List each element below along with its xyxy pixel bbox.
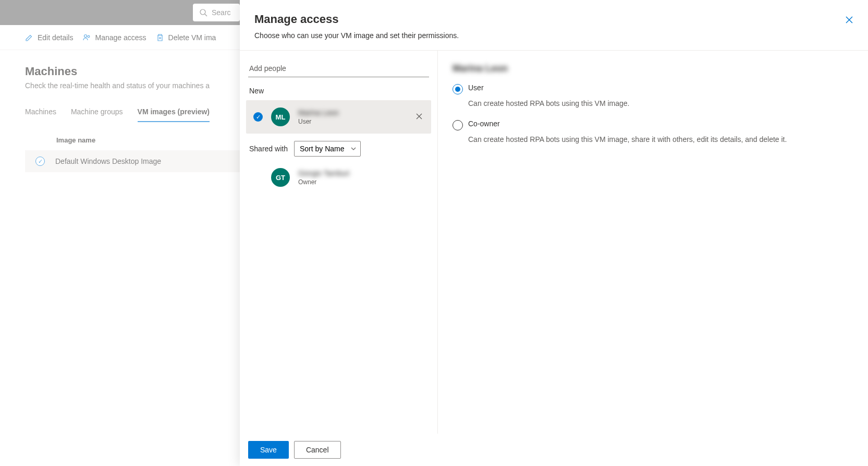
person-role: User	[298, 118, 407, 125]
manage-access-button[interactable]: Manage access	[82, 33, 146, 42]
svg-point-0	[200, 9, 205, 15]
tab-vm-images[interactable]: VM images (preview)	[138, 102, 210, 122]
row-image-name: Default Windows Desktop Image	[55, 157, 161, 165]
permission-coowner-label: Co-owner	[468, 120, 500, 128]
delete-vm-image-button[interactable]: Delete VM ima	[156, 33, 216, 42]
panel-right: Marina Leon User Can create hosted RPA b…	[438, 51, 868, 434]
delete-vm-image-label: Delete VM ima	[168, 33, 216, 42]
remove-person-button[interactable]	[415, 113, 424, 121]
selected-person-heading: Marina Leon	[453, 63, 853, 74]
permission-user-option[interactable]: User	[453, 83, 853, 94]
radio-checked-icon	[453, 84, 463, 94]
radio-unchecked-icon	[453, 120, 463, 130]
edit-details-label: Edit details	[38, 33, 73, 42]
person-role: Owner	[298, 178, 424, 186]
tab-machine-groups[interactable]: Machine groups	[71, 102, 123, 122]
svg-point-2	[84, 34, 87, 37]
shared-with-label: Shared with	[249, 145, 288, 153]
sort-wrapper: Sort by Name	[294, 141, 361, 157]
row-checkmark-icon[interactable]: ✓	[35, 157, 45, 166]
permission-coowner-desc: Can create hosted RPA bots using this VM…	[468, 135, 853, 145]
person-info: Giorgio Tamburi Owner	[298, 169, 424, 186]
manage-access-panel: Manage access Choose who can use your VM…	[240, 0, 868, 466]
search-placeholder: Searc	[212, 8, 231, 17]
avatar: ML	[271, 107, 290, 126]
close-button[interactable]	[843, 14, 855, 26]
svg-point-3	[88, 35, 90, 38]
panel-footer: Save Cancel	[240, 434, 868, 466]
search-icon	[199, 8, 207, 17]
edit-details-button[interactable]: Edit details	[25, 33, 73, 42]
sort-select[interactable]: Sort by Name	[294, 141, 361, 157]
close-icon	[845, 16, 853, 24]
person-name: Marina Leon	[298, 109, 407, 117]
panel-subtitle: Choose who can use your VM image and set…	[254, 31, 853, 40]
add-people-input[interactable]: Add people	[248, 60, 429, 77]
new-section-label: New	[246, 87, 431, 95]
people-icon	[82, 33, 91, 42]
person-info: Marina Leon User	[298, 109, 407, 125]
search-box[interactable]: Searc	[193, 4, 240, 21]
panel-header: Manage access Choose who can use your VM…	[240, 0, 868, 51]
shared-person-row[interactable]: GT Giorgio Tamburi Owner	[246, 161, 431, 194]
panel-title: Manage access	[254, 13, 853, 26]
person-selected-check-icon: ✓	[253, 112, 263, 122]
save-button[interactable]: Save	[248, 441, 289, 459]
permission-user-desc: Can create hosted RPA bots using this VM…	[468, 99, 853, 109]
svg-line-1	[205, 14, 207, 16]
pencil-icon	[25, 33, 33, 42]
manage-access-label: Manage access	[95, 33, 146, 42]
cancel-button[interactable]: Cancel	[294, 441, 341, 459]
permission-user-label: User	[468, 83, 484, 92]
panel-body: Add people New ✓ ML Marina Leon User	[240, 51, 868, 434]
trash-icon	[156, 33, 164, 42]
new-person-row[interactable]: ✓ ML Marina Leon User	[246, 100, 431, 134]
remove-x-icon	[415, 113, 423, 120]
permission-coowner-option[interactable]: Co-owner	[453, 120, 853, 130]
panel-left: Add people New ✓ ML Marina Leon User	[240, 51, 438, 434]
tab-machines[interactable]: Machines	[25, 102, 56, 122]
person-name: Giorgio Tamburi	[298, 169, 424, 177]
avatar: GT	[271, 168, 290, 187]
shared-with-row: Shared with Sort by Name	[246, 134, 431, 161]
